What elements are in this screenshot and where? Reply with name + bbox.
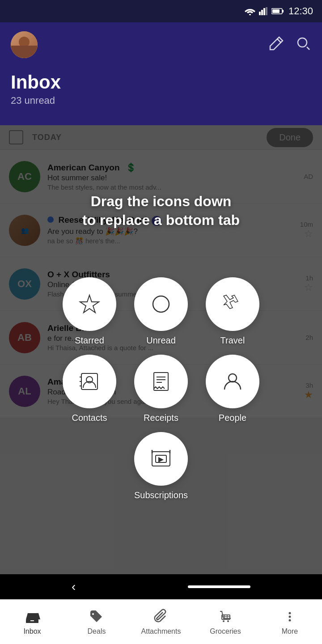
- contacts-icon: [78, 370, 101, 393]
- nav-item-deals[interactable]: Deals: [64, 609, 129, 636]
- battery-icon: [271, 8, 284, 15]
- icon-circle-contacts: [63, 355, 116, 408]
- page-title: Inbox: [11, 72, 311, 93]
- icon-label-travel: Travel: [220, 335, 245, 346]
- nav-label-more: More: [282, 627, 298, 636]
- svg-point-9: [153, 296, 169, 312]
- status-icons: [245, 7, 284, 15]
- edit-icon[interactable]: [268, 35, 284, 55]
- avatar[interactable]: [11, 31, 38, 58]
- icon-circle-travel: [206, 277, 259, 331]
- icon-label-starred: Starred: [75, 335, 104, 346]
- icon-item-subscriptions[interactable]: Subscriptions: [134, 432, 188, 500]
- search-icon[interactable]: [295, 35, 311, 55]
- nav-label-inbox: Inbox: [23, 627, 41, 636]
- svg-point-33: [289, 615, 291, 618]
- bottom-nav: Inbox Deals Attachments Groceries: [0, 599, 322, 644]
- nav-item-inbox[interactable]: Inbox: [0, 609, 64, 636]
- header: Inbox 23 unread: [0, 22, 322, 125]
- svg-rect-2: [261, 10, 263, 15]
- icon-label-subscriptions: Subscriptions: [134, 490, 188, 500]
- icon-item-starred[interactable]: Starred: [63, 277, 116, 346]
- icon-circle-receipts: [134, 355, 188, 408]
- signal-icon: [259, 7, 268, 15]
- svg-point-34: [289, 619, 291, 621]
- svg-point-19: [229, 374, 237, 382]
- nav-item-more[interactable]: More: [258, 609, 322, 636]
- person-icon: [221, 370, 244, 393]
- circle-icon: [149, 292, 173, 316]
- svg-point-8: [298, 38, 307, 47]
- svg-rect-6: [282, 10, 284, 13]
- icon-row-2: Contacts Receipts People: [63, 355, 259, 423]
- svg-rect-3: [263, 8, 265, 15]
- icon-item-unread[interactable]: Unread: [134, 277, 188, 346]
- android-nav-bar: ‹: [0, 574, 322, 599]
- nav-item-groceries[interactable]: Groceries: [193, 609, 258, 636]
- svg-rect-7: [272, 9, 280, 13]
- icon-label-unread: Unread: [146, 335, 176, 346]
- icon-label-people: People: [219, 413, 246, 423]
- svg-point-25: [92, 613, 94, 615]
- back-button[interactable]: ‹: [72, 580, 76, 594]
- icon-circle-people: [206, 355, 259, 408]
- icon-label-receipts: Receipts: [144, 413, 178, 423]
- icon-circle-subscriptions: [134, 432, 188, 486]
- nav-label-deals: Deals: [88, 627, 106, 636]
- deals-icon: [89, 609, 105, 625]
- drag-hint-line1: Drag the icons down: [67, 192, 255, 211]
- svg-point-31: [227, 620, 229, 622]
- groceries-icon: [217, 609, 233, 625]
- icon-row-3: Subscriptions: [134, 432, 188, 500]
- svg-rect-4: [266, 7, 267, 15]
- status-bar: 12:30: [0, 0, 322, 22]
- icon-circle-unread: [134, 277, 188, 331]
- svg-point-0: [249, 14, 251, 15]
- plane-icon: [221, 292, 244, 316]
- wifi-icon: [245, 7, 255, 15]
- receipt-icon: [149, 370, 173, 393]
- more-icon: [282, 609, 298, 625]
- drag-hint-line2: to replace a bottom tab: [67, 211, 255, 230]
- attachments-icon: [153, 609, 169, 625]
- star-icon: [78, 292, 101, 316]
- svg-point-32: [289, 612, 291, 614]
- icon-item-people[interactable]: People: [206, 355, 259, 423]
- nav-item-attachments[interactable]: Attachments: [129, 609, 193, 636]
- header-top: [11, 31, 311, 58]
- icon-item-contacts[interactable]: Contacts: [63, 355, 116, 423]
- nav-label-attachments: Attachments: [141, 627, 181, 636]
- icon-grid: Starred Unread Travel: [0, 277, 322, 505]
- nav-label-groceries: Groceries: [210, 627, 241, 636]
- svg-rect-1: [259, 12, 261, 15]
- icon-label-contacts: Contacts: [72, 413, 107, 423]
- inbox-icon: [24, 609, 40, 625]
- header-icons: [268, 35, 311, 55]
- icon-item-receipts[interactable]: Receipts: [134, 355, 188, 423]
- home-pill[interactable]: [188, 585, 250, 588]
- svg-point-30: [223, 620, 225, 622]
- icon-circle-starred: [63, 277, 116, 331]
- unread-count: 23 unread: [11, 95, 311, 106]
- icon-row-1: Starred Unread Travel: [63, 277, 259, 346]
- icon-item-travel[interactable]: Travel: [206, 277, 259, 346]
- status-time: 12:30: [288, 5, 313, 17]
- subscriptions-icon: [149, 447, 173, 470]
- drag-hint: Drag the icons down to replace a bottom …: [67, 192, 255, 229]
